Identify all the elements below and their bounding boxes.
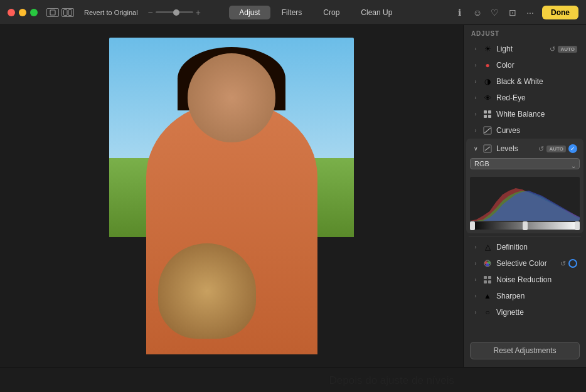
hist-gradient-slider[interactable] [470, 222, 580, 230]
svg-line-9 [485, 147, 490, 151]
bw-label: Black & White [496, 77, 577, 86]
svg-rect-16 [488, 276, 491, 279]
undo-icon[interactable]: ↺ [550, 45, 555, 53]
share-icon[interactable]: ⊡ [507, 7, 518, 18]
histogram-svg [470, 177, 580, 221]
main-content: Adjust › ☀ Light ↺ AUTO › ● Color › ◑ Bl… [0, 25, 586, 367]
svg-rect-15 [484, 276, 487, 279]
bottom-area: Depois do ajuste de níveis [0, 367, 586, 392]
chevron-right-icon: › [472, 293, 479, 299]
hist-handle-mid[interactable] [523, 221, 528, 230]
svg-rect-5 [484, 115, 487, 118]
levels-section: ∨ Levels ↺ AUTO ✓ [466, 139, 583, 233]
levels-actions: ↺ AUTO ✓ [538, 144, 577, 153]
close-button[interactable] [8, 9, 15, 16]
selective-circle-icon [568, 259, 577, 268]
adjust-item-wb[interactable]: › White Balance [466, 106, 583, 122]
vignette-icon: ○ [482, 307, 493, 317]
levels-chevron-icon[interactable]: ∨ [472, 146, 479, 152]
definition-icon: △ [482, 242, 493, 252]
selective-icon [482, 258, 493, 268]
adjust-item-bw[interactable]: › ◑ Black & White [466, 73, 583, 90]
single-view-icon[interactable] [46, 8, 59, 17]
tab-adjust[interactable]: Adjust [229, 6, 270, 19]
tab-cleanup[interactable]: Clean Up [351, 6, 402, 19]
adjust-item-selective[interactable]: › Selective Color ↺ [466, 255, 583, 272]
svg-point-14 [486, 263, 489, 267]
chevron-right-icon: › [472, 62, 479, 68]
titlebar-right: ℹ ☺ ♡ ⊡ ··· Done [454, 6, 578, 19]
auto-badge[interactable]: AUTO [558, 46, 577, 53]
light-label: Light [496, 45, 546, 53]
selective-undo-icon[interactable]: ↺ [560, 260, 566, 268]
svg-rect-18 [488, 280, 491, 283]
zoom-slider[interactable] [156, 11, 193, 13]
selective-label: Selective Color [496, 259, 557, 268]
adjust-item-definition[interactable]: › △ Definition [466, 239, 583, 255]
zoom-thumb[interactable] [173, 9, 179, 16]
noise-label: Noise Reduction [496, 275, 577, 284]
more-icon[interactable]: ··· [525, 7, 536, 18]
light-actions: ↺ AUTO [550, 45, 577, 53]
zoom-control: − + [148, 8, 201, 18]
zoom-minus-button[interactable]: − [148, 8, 153, 18]
levels-header: ∨ Levels ↺ AUTO ✓ [470, 142, 580, 157]
done-button[interactable]: Done [542, 6, 578, 19]
adjust-item-redeye[interactable]: › 👁 Red-Eye [466, 90, 583, 106]
levels-auto-badge[interactable]: AUTO [546, 146, 566, 152]
heart-icon[interactable]: ♡ [489, 7, 501, 18]
photo-dog [158, 243, 256, 339]
redeye-label: Red-Eye [496, 93, 577, 102]
reset-button[interactable]: Reset Adjustments [470, 342, 580, 359]
adjust-item-noise[interactable]: › Noise Reduction [466, 272, 583, 288]
chevron-right-icon: › [472, 95, 479, 101]
levels-undo-icon[interactable]: ↺ [538, 145, 544, 153]
reset-button-area: Reset Adjustments [464, 337, 586, 367]
light-icon: ☀ [482, 44, 493, 54]
chevron-right-icon: › [472, 277, 479, 283]
zoom-plus-button[interactable]: + [196, 8, 201, 18]
svg-rect-2 [68, 9, 72, 15]
adjust-item-sharpen[interactable]: › ▲ Sharpen [466, 288, 583, 304]
tab-crop[interactable]: Crop [313, 6, 349, 19]
curves-label: Curves [496, 126, 577, 135]
traffic-lights [8, 9, 38, 16]
svg-rect-6 [488, 115, 491, 118]
wb-label: White Balance [496, 110, 577, 119]
adjust-item-vignette[interactable]: › ○ Vignette [466, 304, 583, 320]
sharpen-icon: ▲ [482, 291, 493, 301]
definition-label: Definition [496, 243, 577, 252]
maximize-button[interactable] [30, 9, 38, 16]
rgb-select-wrapper: RGB Red Green Blue Luminance [470, 157, 580, 173]
hist-handle-left[interactable] [470, 221, 475, 230]
adjust-item-curves[interactable]: › Curves [466, 122, 583, 139]
color-label: Color [496, 61, 577, 70]
curves-icon [482, 125, 493, 135]
color-icon: ● [482, 60, 493, 70]
redeye-icon: 👁 [482, 93, 493, 103]
wb-icon [482, 109, 493, 119]
split-view-icon[interactable] [61, 8, 74, 17]
bw-icon: ◑ [482, 77, 493, 87]
photo-head [188, 53, 275, 142]
section-divider [469, 236, 581, 236]
window-view-icons [46, 8, 74, 17]
tab-filters[interactable]: Filters [272, 6, 312, 19]
chevron-right-icon: › [472, 78, 479, 85]
chevron-right-icon: › [472, 46, 479, 52]
chevron-right-icon: › [472, 244, 479, 250]
adjust-item-color[interactable]: › ● Color [466, 57, 583, 73]
emoji-icon[interactable]: ☺ [472, 7, 483, 18]
adjust-item-light[interactable]: › ☀ Light ↺ AUTO [466, 41, 583, 57]
minimize-button[interactable] [19, 9, 26, 16]
nav-tabs: Adjust Filters Crop Clean Up [229, 6, 402, 19]
revert-button[interactable]: Revert to Original [84, 9, 138, 16]
chevron-right-icon: › [472, 260, 479, 267]
svg-rect-4 [488, 110, 491, 114]
rgb-select[interactable]: RGB Red Green Blue Luminance [470, 158, 580, 169]
selective-actions: ↺ [560, 259, 577, 268]
hist-handle-right[interactable] [575, 221, 580, 230]
info-icon[interactable]: ℹ [454, 7, 466, 18]
titlebar: Revert to Original − + Adjust Filters Cr… [0, 0, 586, 25]
vignette-label: Vignette [496, 308, 577, 317]
